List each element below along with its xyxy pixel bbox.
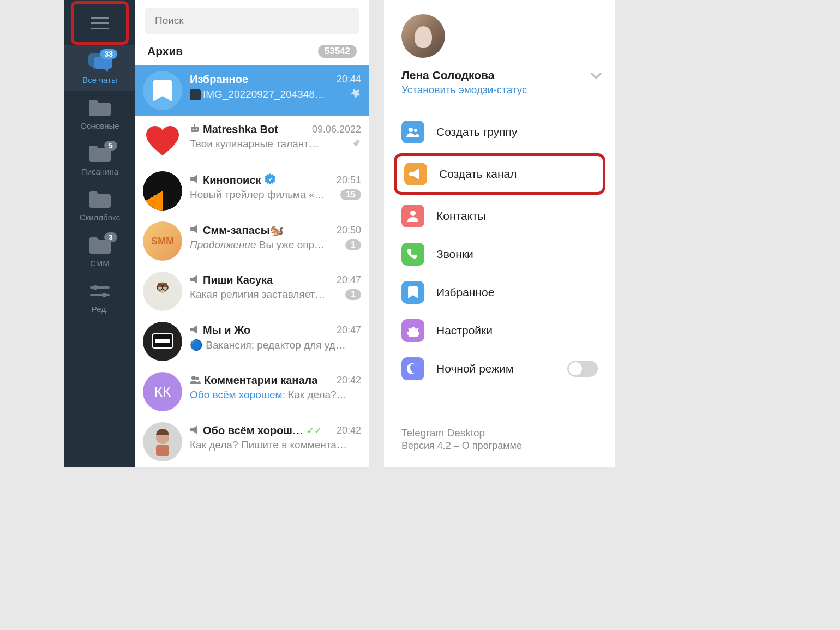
chat-saved-messages[interactable]: Избранное 20:44 IMG_20220927_204348…: [135, 65, 369, 116]
channel-icon: [190, 175, 200, 185]
chat-obo-vsem[interactable]: Обо всём хорош… ✓✓ 20:42 Как дела? Пишит…: [135, 417, 369, 467]
folder-badge: 5: [104, 141, 117, 151]
chat-message: IMG_20220927_204348…: [190, 88, 346, 100]
chevron-down-icon[interactable]: [590, 72, 602, 82]
menu-footer: Telegram Desktop Версия 4.2 – О программ…: [384, 422, 615, 457]
menu-contacts[interactable]: Контакты: [384, 197, 615, 235]
folder-main[interactable]: Основные: [64, 91, 135, 136]
chat-smm-zapasy[interactable]: SMM Смм-запасы🐿️ 20:50 Продолжение Вы уж…: [135, 216, 369, 266]
chat-avatar: [143, 121, 182, 160]
svg-point-5: [193, 128, 194, 130]
unread-badge: 15: [340, 189, 361, 200]
chat-time: 20:51: [337, 175, 361, 186]
unread-badge: 1: [345, 289, 361, 300]
folder-icon: 5: [87, 143, 113, 165]
svg-point-20: [410, 211, 416, 216]
chats-icon: 33: [87, 51, 113, 73]
folder-icon: [87, 189, 113, 211]
main-menu-panel: Лена Солодкова Установить эмодзи-статус …: [384, 0, 615, 467]
svg-point-6: [196, 128, 197, 130]
menu-label: Ночной режим: [436, 362, 514, 375]
app-version[interactable]: Версия 4.2 – О программе: [401, 440, 598, 452]
gear-icon: [401, 319, 424, 342]
menu-settings[interactable]: Настройки: [384, 311, 615, 350]
svg-rect-13: [155, 339, 170, 343]
unread-badge: 1: [345, 239, 361, 250]
menu-label: Создать канал: [439, 167, 517, 181]
svg-point-18: [409, 128, 413, 132]
chat-avatar: [143, 272, 182, 311]
menu-label: Создать группу: [436, 125, 518, 139]
svg-point-15: [196, 377, 199, 380]
svg-rect-4: [191, 127, 199, 132]
bot-icon: [190, 124, 200, 135]
file-icon: [190, 89, 201, 100]
archive-label: Архив: [147, 45, 183, 58]
chat-list-panel: Архив 53542 Избранное 20:44 IMG_20220927…: [135, 0, 369, 467]
menu-night-mode[interactable]: Ночной режим: [384, 350, 615, 388]
archive-count: 53542: [318, 45, 357, 58]
chat-avatar: [143, 322, 182, 361]
folder-label: СММ: [90, 259, 110, 268]
set-emoji-status[interactable]: Установить эмодзи-статус: [401, 84, 527, 96]
group-icon: [401, 121, 424, 143]
chat-time: 20:42: [337, 375, 361, 386]
chat-title: Пиши Касука: [203, 274, 273, 286]
folder-label: Писанина: [81, 167, 118, 177]
pin-icon: [351, 138, 361, 150]
sliders-icon: [87, 280, 113, 302]
megaphone-icon: [404, 163, 427, 185]
profile-name: Лена Солодкова: [401, 69, 527, 82]
folder-smm[interactable]: 3 СММ: [64, 228, 135, 274]
chat-avatar: КК: [143, 372, 182, 411]
menu-calls[interactable]: Звонки: [384, 235, 615, 273]
chat-time: 20:44: [337, 74, 361, 85]
chat-avatar: SMM: [143, 221, 182, 261]
search-input[interactable]: [145, 8, 359, 34]
chat-message: Как дела? Пишите в коммента…: [190, 439, 361, 451]
night-mode-toggle[interactable]: [567, 361, 598, 377]
folder-all-chats[interactable]: 33 Все чаты: [64, 45, 135, 91]
folder-skillbox[interactable]: Скиллбокс: [64, 182, 135, 228]
folder-label: Все чаты: [82, 75, 117, 85]
archive-row[interactable]: Архив 53542: [135, 39, 369, 65]
moon-icon: [401, 357, 424, 380]
pin-icon: [350, 88, 361, 101]
phone-icon: [401, 243, 424, 266]
hamburger-highlight: [71, 1, 129, 45]
svg-rect-17: [156, 445, 169, 456]
svg-point-19: [414, 129, 417, 132]
menu-label: Избранное: [436, 286, 494, 299]
read-checks-icon: ✓✓: [307, 425, 322, 436]
folder-icon: [87, 97, 113, 119]
chat-avatar: [143, 422, 182, 461]
profile-avatar[interactable]: [401, 14, 445, 58]
chat-time: 20:50: [337, 225, 361, 236]
chat-message: Продолжение Вы уже опр…: [190, 239, 341, 251]
chat-my-i-zho[interactable]: Мы и Жо 20:47 🔵 Вакансия: редактор для у…: [135, 316, 369, 367]
menu-create-channel[interactable]: Создать канал: [394, 153, 605, 195]
chat-message: Какая религия заставляет…: [190, 289, 341, 301]
chat-matreshka-bot[interactable]: Matreshka Bot 09.06.2022 Твои кулинарные…: [135, 116, 369, 166]
app-name: Telegram Desktop: [401, 427, 598, 439]
chat-message: 🔵 Вакансия: редактор для уд…: [190, 339, 361, 351]
folder-writing[interactable]: 5 Писанина: [64, 136, 135, 182]
chat-kinopoisk[interactable]: Кинопоиск 20:51 Новый трейлер фильма «… …: [135, 166, 369, 216]
menu-create-group[interactable]: Создать группу: [384, 113, 615, 151]
chat-pishi-kasuka[interactable]: Пиши Касука 20:47 Какая религия заставля…: [135, 266, 369, 316]
chat-message: Твои кулинарные талант…: [190, 138, 347, 150]
folder-edit[interactable]: Ред.: [64, 274, 135, 320]
bookmark-icon: [401, 281, 424, 304]
chat-title: Кинопоиск: [203, 174, 261, 187]
folders-sidebar: 33 Все чаты Основные 5 Писанина Скиллбок…: [64, 0, 135, 467]
hamburger-icon[interactable]: [91, 17, 109, 29]
chat-message: Обо всём хорошем: Как дела?…: [190, 389, 361, 401]
menu-saved[interactable]: Избранное: [384, 273, 615, 311]
verified-icon: [265, 173, 275, 187]
folder-label: Основные: [80, 121, 119, 131]
chat-kommentarii[interactable]: КК Комментарии канала 20:42 Обо всём хор…: [135, 367, 369, 417]
chat-title: Комментарии канала: [204, 374, 317, 387]
menu-label: Звонки: [436, 248, 473, 261]
chat-time: 20:47: [337, 274, 361, 286]
svg-point-14: [191, 376, 196, 380]
